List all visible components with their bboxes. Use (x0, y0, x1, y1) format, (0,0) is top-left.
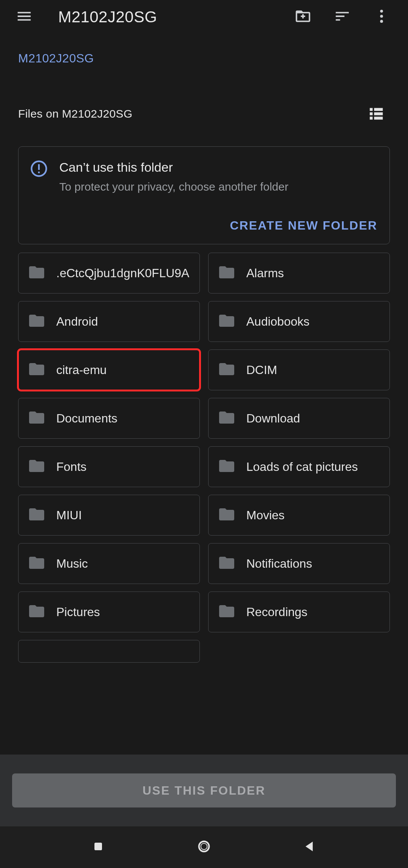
folder-icon (28, 312, 46, 331)
more-vert-icon (373, 8, 390, 26)
breadcrumb[interactable]: M2102J20SG (18, 51, 390, 65)
folder-icon (28, 505, 46, 525)
nav-back-button[interactable] (291, 834, 329, 860)
folder-item[interactable]: Documents (18, 398, 200, 439)
folder-icon (28, 602, 46, 622)
folder-icon (28, 360, 46, 380)
folder-icon (218, 360, 236, 380)
bottom-action-bar: USE THIS FOLDER (0, 755, 408, 826)
use-this-folder-button[interactable]: USE THIS FOLDER (12, 773, 396, 807)
new-folder-button[interactable] (289, 3, 317, 31)
app-toolbar: M2102J20SG (0, 0, 408, 34)
more-options-button[interactable] (368, 3, 395, 31)
svg-point-2 (380, 20, 383, 23)
folder-name: Loads of cat pictures (246, 460, 380, 474)
folder-name: DCIM (246, 363, 380, 377)
folder-item[interactable]: Movies (208, 495, 390, 536)
folder-icon (218, 602, 236, 622)
add-folder-icon (294, 8, 312, 26)
folder-name: Android (56, 315, 190, 329)
folder-icon (28, 408, 46, 428)
alert-icon (29, 159, 49, 180)
folder-icon (218, 505, 236, 525)
toolbar-title: M2102J20SG (58, 8, 284, 26)
folder-icon (28, 457, 46, 477)
nav-home-button[interactable] (185, 834, 223, 860)
sort-icon (334, 8, 351, 26)
folder-name: Fonts (56, 460, 190, 474)
svg-rect-6 (95, 843, 102, 850)
folder-item[interactable]: Notifications (208, 543, 390, 584)
sort-button[interactable] (329, 3, 356, 31)
folder-grid: .eCtcQjbu1dgnK0FLU9AAlarmsAndroidAudiobo… (18, 253, 390, 663)
folder-name: Audiobooks (246, 315, 380, 329)
toolbar-actions (289, 3, 395, 31)
folder-item[interactable]: Android (18, 301, 200, 342)
svg-point-0 (380, 10, 383, 13)
folder-icon (218, 408, 236, 428)
square-icon (92, 840, 104, 854)
svg-point-1 (380, 15, 383, 18)
folder-item[interactable]: Music (18, 543, 200, 584)
folder-item[interactable]: .eCtcQjbu1dgnK0FLU9A (18, 253, 200, 293)
view-mode-button[interactable] (363, 100, 390, 127)
warning-subtitle: To protect your privacy, choose another … (59, 179, 379, 195)
folder-name: Documents (56, 411, 190, 425)
folder-item[interactable]: DCIM (208, 349, 390, 390)
folder-name: MIUI (56, 508, 190, 522)
folder-icon (28, 554, 46, 573)
folder-icon (218, 457, 236, 477)
folder-icon (28, 263, 46, 283)
folder-name: Alarms (246, 266, 380, 280)
folder-name: citra-emu (56, 363, 190, 377)
folder-icon (218, 263, 236, 283)
folder-item[interactable]: MIUI (18, 495, 200, 536)
folder-name: Pictures (56, 605, 190, 619)
folder-item[interactable]: Pictures (18, 592, 200, 632)
svg-rect-5 (38, 172, 40, 173)
circle-icon (196, 839, 212, 856)
folder-icon (218, 554, 236, 573)
folder-item[interactable]: Alarms (208, 253, 390, 293)
menu-button[interactable] (11, 3, 38, 31)
folder-icon (218, 312, 236, 331)
folder-item[interactable]: Download (208, 398, 390, 439)
folder-item-partial[interactable] (18, 640, 200, 663)
list-view-icon (368, 104, 385, 123)
folder-name: .eCtcQjbu1dgnK0FLU9A (56, 266, 190, 280)
system-nav-bar (0, 826, 408, 868)
hamburger-menu-icon (15, 8, 33, 26)
triangle-back-icon (303, 840, 316, 854)
create-new-folder-button[interactable]: CREATE NEW FOLDER (228, 216, 379, 235)
folder-name: Notifications (246, 557, 380, 571)
section-header: Files on M2102J20SG (18, 100, 390, 127)
folder-name: Music (56, 557, 190, 571)
folder-item[interactable]: Loads of cat pictures (208, 446, 390, 487)
warning-card: Can’t use this folder To protect your pr… (18, 146, 390, 244)
folder-item[interactable]: Recordings (208, 592, 390, 632)
nav-recent-button[interactable] (79, 834, 117, 860)
folder-item[interactable]: citra-emu (18, 349, 200, 390)
warning-title: Can’t use this folder (59, 159, 379, 176)
folder-name: Download (246, 411, 380, 425)
section-label: Files on M2102J20SG (18, 107, 133, 120)
svg-rect-4 (38, 164, 40, 170)
folder-name: Recordings (246, 605, 380, 619)
content-area: M2102J20SG Files on M2102J20SG Can’t use… (0, 34, 408, 868)
folder-item[interactable]: Fonts (18, 446, 200, 487)
svg-point-8 (201, 843, 207, 850)
folder-item[interactable]: Audiobooks (208, 301, 390, 342)
folder-name: Movies (246, 508, 380, 522)
